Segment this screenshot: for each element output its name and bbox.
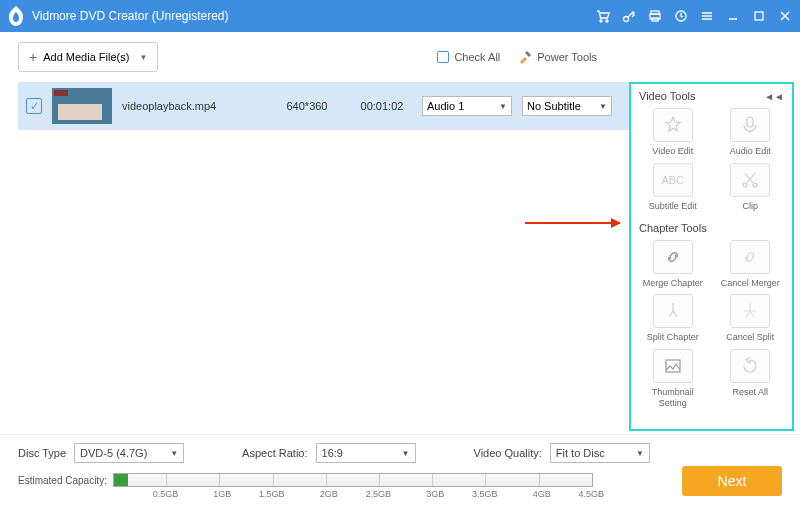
bottom-bar: Disc Type DVD-5 (4.7G)▼ Aspect Ratio: 16… xyxy=(0,434,800,514)
printer-icon[interactable] xyxy=(648,9,662,23)
split-icon xyxy=(653,294,693,328)
disc-type-dropdown[interactable]: DVD-5 (4.7G)▼ xyxy=(74,443,184,463)
chevron-down-icon: ▼ xyxy=(499,102,507,111)
capacity-bar: 0.5GB 1GB 1.5GB 2GB 2.5GB 3GB 3.5GB 4GB … xyxy=(113,473,593,487)
clip-tool[interactable]: Clip xyxy=(717,163,785,212)
toolbar: + Add Media File(s) ▼ Check All Power To… xyxy=(0,32,800,82)
close-icon[interactable] xyxy=(778,9,792,23)
video-thumbnail[interactable] xyxy=(52,88,112,124)
power-tools-button[interactable]: Power Tools xyxy=(518,50,597,64)
disc-type-label: Disc Type xyxy=(18,447,66,459)
check-all-label: Check All xyxy=(454,51,500,63)
next-button[interactable]: Next xyxy=(682,466,782,496)
thumbnail-setting-tool[interactable]: Thumbnail Setting xyxy=(639,349,707,409)
image-icon xyxy=(653,349,693,383)
link-icon xyxy=(653,240,693,274)
unlink-icon xyxy=(730,240,770,274)
app-logo-icon xyxy=(8,6,24,26)
cart-icon[interactable] xyxy=(596,9,610,23)
cancel-split-tool[interactable]: Cancel Split xyxy=(717,294,785,343)
key-icon[interactable] xyxy=(622,9,636,23)
subtitle-edit-tool[interactable]: ABC Subtitle Edit xyxy=(639,163,707,212)
chevron-down-icon: ▼ xyxy=(402,449,410,458)
svg-point-0 xyxy=(600,20,602,22)
split-chapter-tool[interactable]: Split Chapter xyxy=(639,294,707,343)
chevron-down-icon: ▼ xyxy=(170,449,178,458)
cancel-merger-tool[interactable]: Cancel Merger xyxy=(717,240,785,289)
chevron-down-icon: ▼ xyxy=(599,102,607,111)
chapter-tools-title: Chapter Tools xyxy=(639,222,707,234)
power-tools-label: Power Tools xyxy=(537,51,597,63)
maximize-icon[interactable] xyxy=(752,9,766,23)
subtitle-dropdown[interactable]: No Subtitle ▼ xyxy=(522,96,612,116)
audio-edit-tool[interactable]: Audio Edit xyxy=(717,108,785,157)
duration: 00:01:02 xyxy=(352,100,412,112)
aspect-label: Aspect Ratio: xyxy=(242,447,307,459)
checkbox-icon xyxy=(437,51,449,63)
add-media-label: Add Media File(s) xyxy=(43,51,129,63)
audio-value: Audio 1 xyxy=(427,100,499,112)
cancel-split-icon xyxy=(730,294,770,328)
svg-point-9 xyxy=(743,183,747,187)
minimize-icon[interactable] xyxy=(726,9,740,23)
svg-rect-8 xyxy=(747,117,753,127)
capacity-label: Estimated Capacity: xyxy=(18,475,107,486)
annotation-arrow xyxy=(525,222,620,224)
history-icon[interactable] xyxy=(674,9,688,23)
dimensions: 640*360 xyxy=(272,100,342,112)
reset-icon xyxy=(730,349,770,383)
merge-chapter-tool[interactable]: Merge Chapter xyxy=(639,240,707,289)
aspect-dropdown[interactable]: 16:9▼ xyxy=(316,443,416,463)
svg-point-2 xyxy=(624,17,629,22)
audio-dropdown[interactable]: Audio 1 ▼ xyxy=(422,96,512,116)
chevron-down-icon: ▼ xyxy=(139,53,147,62)
add-media-button[interactable]: + Add Media File(s) ▼ xyxy=(18,42,158,72)
subtitle-value: No Subtitle xyxy=(527,100,599,112)
tools-icon xyxy=(518,50,532,64)
quality-dropdown[interactable]: Fit to Disc▼ xyxy=(550,443,650,463)
content-area: ✓ videoplayback.mp4 640*360 00:01:02 Aud… xyxy=(0,82,800,434)
abc-icon: ABC xyxy=(653,163,693,197)
filename: videoplayback.mp4 xyxy=(122,100,262,112)
scissors-icon xyxy=(730,163,770,197)
collapse-panel-icon[interactable]: ◄◄ xyxy=(764,91,784,102)
video-tools-title: Video Tools xyxy=(639,90,695,102)
menu-icon[interactable] xyxy=(700,9,714,23)
plus-icon: + xyxy=(29,49,37,65)
svg-point-1 xyxy=(606,20,608,22)
svg-rect-7 xyxy=(755,12,763,20)
titlebar: Vidmore DVD Creator (Unregistered) xyxy=(0,0,800,32)
chevron-down-icon: ▼ xyxy=(636,449,644,458)
check-all-toggle[interactable]: Check All xyxy=(437,51,500,63)
tools-panel: Video Tools ◄◄ Video Edit Audio Edit ABC… xyxy=(629,82,794,431)
quality-label: Video Quality: xyxy=(474,447,542,459)
reset-all-tool[interactable]: Reset All xyxy=(717,349,785,409)
video-edit-tool[interactable]: Video Edit xyxy=(639,108,707,157)
row-checkbox[interactable]: ✓ xyxy=(26,98,42,114)
svg-point-10 xyxy=(753,183,757,187)
mic-icon xyxy=(730,108,770,142)
window-title: Vidmore DVD Creator (Unregistered) xyxy=(32,9,596,23)
star-icon xyxy=(653,108,693,142)
